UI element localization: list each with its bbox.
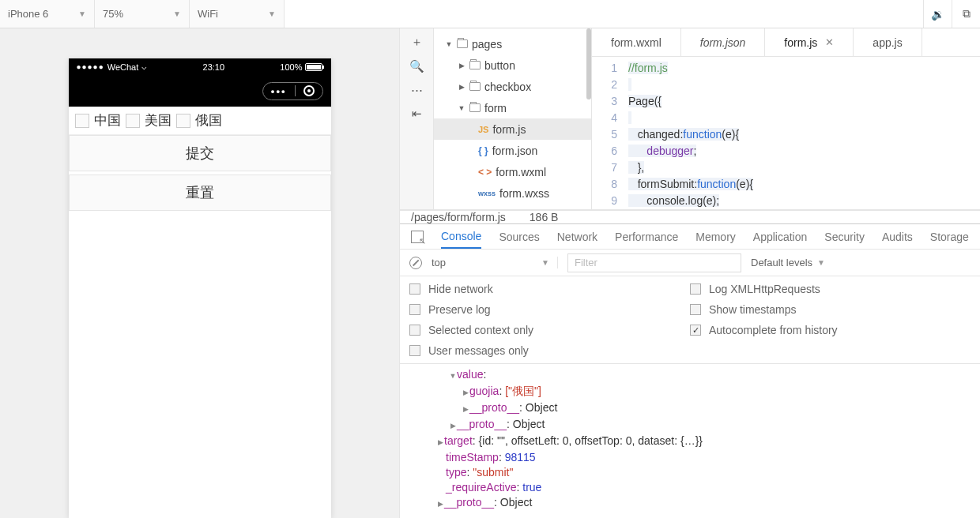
- option-label: Log XMLHttpRequests: [709, 283, 820, 295]
- console-option[interactable]: User messages only: [409, 344, 690, 357]
- phone-nav: •••: [69, 75, 331, 107]
- checkbox-ru[interactable]: [176, 114, 190, 128]
- close-icon[interactable]: ✕: [825, 36, 834, 48]
- devtools-tab-sources[interactable]: Sources: [499, 231, 539, 243]
- search-icon[interactable]: 🔍: [409, 59, 424, 73]
- option-label: Hide network: [428, 283, 493, 295]
- editor-tab-form-json[interactable]: form.json: [681, 28, 766, 56]
- wxss-icon: wxss: [478, 190, 496, 197]
- console-options: Hide networkPreserve logSelected context…: [400, 276, 980, 364]
- console-option[interactable]: Hide network: [409, 283, 690, 295]
- console-option[interactable]: ✓Autocomplete from history: [690, 324, 971, 336]
- tree-label: form.wxml: [496, 166, 546, 178]
- devtools-tab-application[interactable]: Application: [753, 231, 808, 243]
- tree-item-form-json[interactable]: { }form.json: [434, 140, 591, 161]
- option-label: User messages only: [428, 344, 529, 357]
- add-icon[interactable]: ＋: [411, 35, 423, 50]
- network-select[interactable]: WiFi ▼: [190, 0, 285, 28]
- tree-item-form[interactable]: ▼form: [434, 97, 591, 118]
- tree-item-form-wxss[interactable]: wxssform.wxss: [434, 182, 591, 204]
- console-toolbar: top ▼ Filter Default levels ▼: [400, 250, 980, 276]
- console-filter-input[interactable]: Filter: [567, 253, 741, 272]
- devtools-tab-memory[interactable]: Memory: [695, 231, 736, 243]
- console-option[interactable]: Preserve log: [409, 303, 690, 316]
- submit-button[interactable]: 提交: [69, 135, 331, 171]
- chevron-down-icon: ▼: [817, 258, 825, 267]
- expand-icon: ▼: [445, 40, 453, 48]
- tree-folder-pages[interactable]: ▼ pages: [434, 33, 591, 54]
- tab-label: form.js: [784, 36, 817, 49]
- capsule-button[interactable]: •••: [262, 82, 323, 100]
- editor-tab-form-wxml[interactable]: form.wxml: [592, 28, 681, 56]
- folder-icon: [457, 39, 468, 48]
- tree-item-form-js[interactable]: JSform.js: [434, 118, 591, 140]
- checkbox-label: 俄国: [195, 111, 222, 130]
- js-icon: JS: [478, 125, 488, 134]
- wxml-icon: < >: [478, 167, 492, 178]
- editor-tabs: form.wxmlform.jsonform.js✕app.js: [592, 28, 980, 57]
- code-editor[interactable]: 123456789 //form.js Page({ changed:funct…: [592, 57, 980, 209]
- option-label: Autocomplete from history: [709, 324, 838, 336]
- tree-label: pages: [472, 38, 502, 51]
- battery-icon: [305, 63, 322, 71]
- tree-item-checkbox[interactable]: ▶checkbox: [434, 76, 591, 97]
- checkbox-us[interactable]: [126, 114, 140, 128]
- checkbox-cn[interactable]: [75, 114, 89, 128]
- phone-status-bar: ●●●●● WeChat ⌵ 23:10 100%: [69, 58, 331, 75]
- clear-console-icon[interactable]: [409, 257, 422, 269]
- editor-tab-app-js[interactable]: app.js: [854, 28, 922, 56]
- collapse-icon[interactable]: ⇤: [412, 107, 422, 121]
- file-tree: ▼ pages ▶button▶checkbox▼formJSform.js{ …: [434, 28, 592, 209]
- tab-label: form.wxml: [611, 36, 662, 49]
- tree-label: form.js: [492, 123, 526, 136]
- chevron-down-icon: ▼: [173, 9, 181, 18]
- devtools-tab-console[interactable]: Console: [441, 230, 481, 249]
- checkbox-icon: [690, 283, 701, 295]
- context-select[interactable]: top ▼: [432, 257, 558, 268]
- devtools-tab-network[interactable]: Network: [557, 231, 597, 243]
- devtools-tab-audits[interactable]: Audits: [882, 231, 913, 243]
- top-toolbar: iPhone 6 ▼ 75% ▼ WiFi ▼ 🔉 ⧉: [0, 0, 980, 28]
- element-picker-icon[interactable]: [411, 231, 424, 243]
- checkbox-label: 中国: [94, 111, 121, 130]
- more-icon[interactable]: ⋯: [411, 83, 423, 97]
- mute-icon[interactable]: 🔉: [923, 0, 952, 28]
- chevron-down-icon: ▼: [541, 258, 549, 267]
- scrollbar-thumb[interactable]: [586, 28, 591, 99]
- context-label: top: [432, 257, 446, 268]
- reset-button[interactable]: 重置: [69, 175, 331, 211]
- editor-pane: form.wxmlform.jsonform.js✕app.js 1234567…: [592, 28, 980, 209]
- editor-statusbar: /pages/form/form.js 186 B: [400, 210, 980, 223]
- levels-label: Default levels: [751, 257, 812, 268]
- folder-icon: [469, 103, 481, 112]
- log-levels-select[interactable]: Default levels ▼: [751, 257, 825, 268]
- screenshot-icon[interactable]: ⧉: [952, 0, 980, 28]
- editor-tab-form-js[interactable]: form.js✕: [765, 28, 854, 56]
- json-icon: { }: [478, 145, 488, 156]
- chevron-down-icon: ▼: [78, 9, 86, 18]
- phone-time: 23:10: [203, 62, 225, 72]
- file-size: 186 B: [530, 211, 559, 223]
- checkbox-icon: [409, 283, 420, 295]
- file-path: /pages/form/form.js: [411, 211, 506, 223]
- console-output[interactable]: ▼value: ▶guojia: ["俄国"] ▶__proto__: Obje…: [400, 364, 980, 518]
- zoom-select[interactable]: 75% ▼: [95, 0, 190, 28]
- console-option[interactable]: Log XMLHttpRequests: [690, 283, 971, 295]
- console-option[interactable]: Show timestamps: [690, 303, 971, 316]
- console-option[interactable]: Selected context only: [409, 324, 690, 336]
- zoom-label: 75%: [103, 8, 123, 20]
- tree-item-form-wxml[interactable]: < >form.wxml: [434, 161, 591, 182]
- devtools-tab-security[interactable]: Security: [824, 231, 865, 243]
- tree-item-button[interactable]: ▶button: [434, 54, 591, 76]
- checkbox-label: 美国: [145, 111, 172, 130]
- devtools-tab-storage[interactable]: Storage: [930, 231, 969, 243]
- tab-label: form.json: [700, 36, 746, 49]
- device-select[interactable]: iPhone 6 ▼: [0, 0, 95, 28]
- folder-icon: [469, 82, 481, 91]
- checkbox-icon: ✓: [690, 325, 701, 336]
- option-label: Selected context only: [428, 324, 533, 336]
- tree-label: checkbox: [484, 81, 531, 93]
- battery-pct: 100%: [280, 62, 302, 72]
- devtools-tab-performance[interactable]: Performance: [615, 231, 678, 243]
- toolbar-actions: 🔉 ⧉: [923, 0, 980, 28]
